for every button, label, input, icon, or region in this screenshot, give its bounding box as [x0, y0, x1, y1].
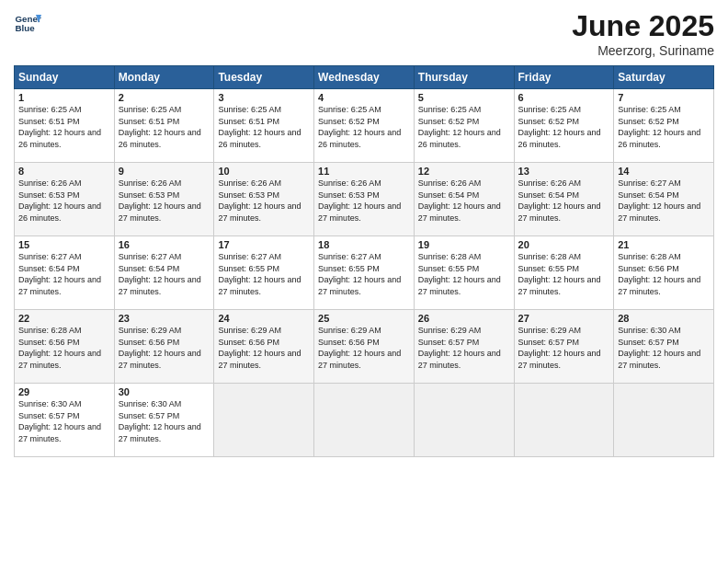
day-info: Sunrise: 6:27 AMSunset: 6:54 PMDaylight:…: [119, 251, 210, 297]
day-number: 21: [618, 239, 710, 250]
location: Meerzorg, Suriname: [572, 43, 714, 58]
calendar-cell: 1Sunrise: 6:25 AMSunset: 6:51 PMDaylight…: [15, 89, 115, 163]
day-number: 22: [18, 313, 110, 324]
day-number: 18: [318, 239, 410, 250]
calendar-cell: 9Sunrise: 6:26 AMSunset: 6:53 PMDaylight…: [114, 163, 214, 236]
day-info: Sunrise: 6:29 AMSunset: 6:56 PMDaylight:…: [218, 325, 310, 371]
calendar-cell: 29Sunrise: 6:30 AMSunset: 6:57 PMDayligh…: [15, 384, 115, 457]
day-number: 8: [18, 166, 110, 177]
day-info: Sunrise: 6:26 AMSunset: 6:53 PMDaylight:…: [119, 178, 210, 224]
day-number: 26: [418, 313, 510, 324]
day-number: 29: [18, 386, 110, 397]
day-info: Sunrise: 6:30 AMSunset: 6:57 PMDaylight:…: [18, 398, 110, 444]
day-number: 27: [518, 313, 610, 324]
calendar-cell: [614, 384, 714, 457]
day-info: Sunrise: 6:27 AMSunset: 6:54 PMDaylight:…: [618, 178, 710, 224]
day-number: 15: [18, 239, 110, 250]
calendar-body: 1Sunrise: 6:25 AMSunset: 6:51 PMDaylight…: [15, 89, 714, 457]
day-info: Sunrise: 6:30 AMSunset: 6:57 PMDaylight:…: [119, 398, 210, 444]
calendar-cell: 13Sunrise: 6:26 AMSunset: 6:54 PMDayligh…: [514, 163, 614, 236]
day-info: Sunrise: 6:26 AMSunset: 6:54 PMDaylight:…: [518, 178, 610, 224]
day-info: Sunrise: 6:27 AMSunset: 6:55 PMDaylight:…: [318, 251, 410, 297]
day-info: Sunrise: 6:29 AMSunset: 6:57 PMDaylight:…: [418, 325, 510, 371]
day-info: Sunrise: 6:25 AMSunset: 6:52 PMDaylight:…: [318, 104, 410, 150]
calendar-cell: 24Sunrise: 6:29 AMSunset: 6:56 PMDayligh…: [214, 310, 314, 384]
weekday-header: Wednesday: [314, 66, 415, 89]
day-info: Sunrise: 6:28 AMSunset: 6:56 PMDaylight:…: [18, 325, 110, 371]
calendar-cell: 22Sunrise: 6:28 AMSunset: 6:56 PMDayligh…: [15, 310, 115, 384]
weekday-header: Sunday: [15, 66, 115, 89]
calendar-cell: 2Sunrise: 6:25 AMSunset: 6:51 PMDaylight…: [114, 89, 214, 163]
calendar-cell: 18Sunrise: 6:27 AMSunset: 6:55 PMDayligh…: [314, 236, 415, 310]
calendar-cell: 27Sunrise: 6:29 AMSunset: 6:57 PMDayligh…: [514, 310, 614, 384]
calendar-cell: 10Sunrise: 6:26 AMSunset: 6:53 PMDayligh…: [214, 163, 314, 236]
calendar-cell: 26Sunrise: 6:29 AMSunset: 6:57 PMDayligh…: [414, 310, 514, 384]
header: General Blue June 2025 Meerzorg, Surinam…: [14, 9, 714, 58]
day-number: 4: [318, 92, 410, 103]
weekday-header: Monday: [114, 66, 214, 89]
day-number: 12: [418, 166, 510, 177]
calendar-cell: 6Sunrise: 6:25 AMSunset: 6:52 PMDaylight…: [514, 89, 614, 163]
calendar-cell: 8Sunrise: 6:26 AMSunset: 6:53 PMDaylight…: [15, 163, 115, 236]
day-number: 1: [18, 92, 110, 103]
calendar-cell: 20Sunrise: 6:28 AMSunset: 6:55 PMDayligh…: [514, 236, 614, 310]
calendar-cell: 21Sunrise: 6:28 AMSunset: 6:56 PMDayligh…: [614, 236, 714, 310]
calendar-cell: 16Sunrise: 6:27 AMSunset: 6:54 PMDayligh…: [114, 236, 214, 310]
calendar-cell: 7Sunrise: 6:25 AMSunset: 6:52 PMDaylight…: [614, 89, 714, 163]
day-number: 16: [119, 239, 210, 250]
day-info: Sunrise: 6:26 AMSunset: 6:53 PMDaylight:…: [18, 178, 110, 224]
calendar-cell: 12Sunrise: 6:26 AMSunset: 6:54 PMDayligh…: [414, 163, 514, 236]
calendar-row: 8Sunrise: 6:26 AMSunset: 6:53 PMDaylight…: [15, 163, 714, 236]
day-info: Sunrise: 6:29 AMSunset: 6:57 PMDaylight:…: [518, 325, 610, 371]
calendar-cell: 14Sunrise: 6:27 AMSunset: 6:54 PMDayligh…: [614, 163, 714, 236]
day-number: 9: [119, 166, 210, 177]
calendar-row: 29Sunrise: 6:30 AMSunset: 6:57 PMDayligh…: [15, 384, 714, 457]
calendar-cell: 17Sunrise: 6:27 AMSunset: 6:55 PMDayligh…: [214, 236, 314, 310]
day-number: 25: [318, 313, 410, 324]
day-info: Sunrise: 6:28 AMSunset: 6:56 PMDaylight:…: [618, 251, 710, 297]
day-number: 11: [318, 166, 410, 177]
page: General Blue June 2025 Meerzorg, Surinam…: [0, 0, 728, 563]
day-number: 3: [218, 92, 310, 103]
day-info: Sunrise: 6:29 AMSunset: 6:56 PMDaylight:…: [318, 325, 410, 371]
weekday-header: Friday: [514, 66, 614, 89]
day-info: Sunrise: 6:28 AMSunset: 6:55 PMDaylight:…: [418, 251, 510, 297]
day-info: Sunrise: 6:29 AMSunset: 6:56 PMDaylight:…: [119, 325, 210, 371]
day-number: 10: [218, 166, 310, 177]
weekday-header: Tuesday: [214, 66, 314, 89]
weekday-header: Thursday: [414, 66, 514, 89]
day-info: Sunrise: 6:28 AMSunset: 6:55 PMDaylight:…: [518, 251, 610, 297]
day-info: Sunrise: 6:25 AMSunset: 6:52 PMDaylight:…: [518, 104, 610, 150]
day-number: 5: [418, 92, 510, 103]
month-title: June 2025: [572, 9, 714, 43]
calendar-header-row: SundayMondayTuesdayWednesdayThursdayFrid…: [15, 66, 714, 89]
day-number: 6: [518, 92, 610, 103]
calendar-cell: 30Sunrise: 6:30 AMSunset: 6:57 PMDayligh…: [114, 384, 214, 457]
calendar-cell: 4Sunrise: 6:25 AMSunset: 6:52 PMDaylight…: [314, 89, 415, 163]
day-number: 14: [618, 166, 710, 177]
day-info: Sunrise: 6:26 AMSunset: 6:53 PMDaylight:…: [218, 178, 310, 224]
calendar-cell: 3Sunrise: 6:25 AMSunset: 6:51 PMDaylight…: [214, 89, 314, 163]
calendar-row: 22Sunrise: 6:28 AMSunset: 6:56 PMDayligh…: [15, 310, 714, 384]
calendar-row: 15Sunrise: 6:27 AMSunset: 6:54 PMDayligh…: [15, 236, 714, 310]
calendar-cell: 15Sunrise: 6:27 AMSunset: 6:54 PMDayligh…: [15, 236, 115, 310]
day-info: Sunrise: 6:27 AMSunset: 6:55 PMDaylight:…: [218, 251, 310, 297]
day-number: 20: [518, 239, 610, 250]
calendar-cell: 23Sunrise: 6:29 AMSunset: 6:56 PMDayligh…: [114, 310, 214, 384]
calendar-cell: [414, 384, 514, 457]
day-info: Sunrise: 6:25 AMSunset: 6:51 PMDaylight:…: [18, 104, 110, 150]
day-info: Sunrise: 6:30 AMSunset: 6:57 PMDaylight:…: [618, 325, 710, 371]
calendar-cell: 28Sunrise: 6:30 AMSunset: 6:57 PMDayligh…: [614, 310, 714, 384]
calendar-cell: [214, 384, 314, 457]
logo-icon: General Blue: [14, 9, 41, 37]
calendar-cell: [514, 384, 614, 457]
logo: General Blue: [14, 9, 41, 37]
day-info: Sunrise: 6:25 AMSunset: 6:52 PMDaylight:…: [418, 104, 510, 150]
day-number: 24: [218, 313, 310, 324]
calendar-row: 1Sunrise: 6:25 AMSunset: 6:51 PMDaylight…: [15, 89, 714, 163]
calendar-cell: 19Sunrise: 6:28 AMSunset: 6:55 PMDayligh…: [414, 236, 514, 310]
calendar: SundayMondayTuesdayWednesdayThursdayFrid…: [14, 65, 714, 457]
day-number: 19: [418, 239, 510, 250]
day-info: Sunrise: 6:25 AMSunset: 6:51 PMDaylight:…: [218, 104, 310, 150]
day-number: 23: [119, 313, 210, 324]
